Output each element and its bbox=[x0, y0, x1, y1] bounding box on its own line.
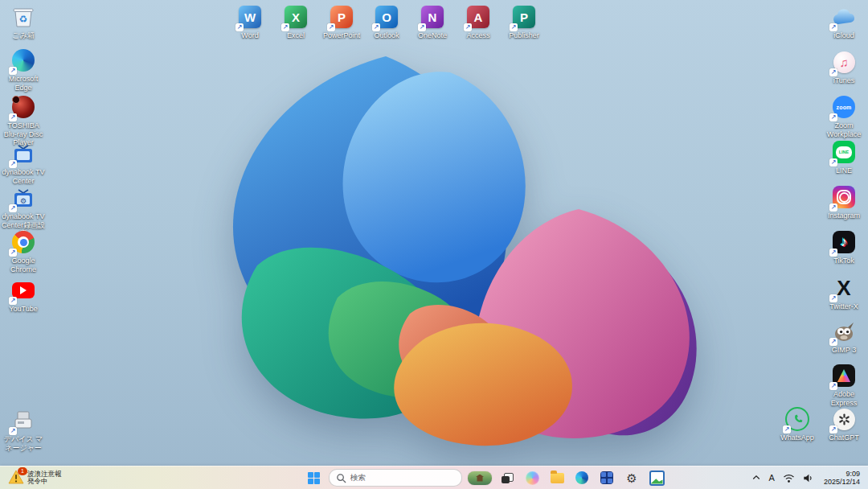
shortcut-arrow-icon: ↗ bbox=[9, 160, 17, 168]
desktop-icon-publisher[interactable]: P ↗ Publisher bbox=[502, 5, 547, 40]
powerpoint-icon: P ↗ bbox=[330, 5, 354, 29]
icon-label: ごみ箱 bbox=[12, 31, 34, 40]
volume-button[interactable] bbox=[800, 468, 817, 487]
store-icon bbox=[600, 471, 613, 484]
microsoft-store-button[interactable] bbox=[597, 468, 616, 487]
word-icon: W ↗ bbox=[238, 5, 262, 29]
shortcut-arrow-icon: ↗ bbox=[9, 204, 17, 212]
icon-label: デバイス マネージャー bbox=[1, 435, 46, 452]
shortcut-arrow-icon: ↗ bbox=[327, 23, 335, 31]
desktop-icon-icloud[interactable]: ↗ iCloud bbox=[821, 5, 866, 40]
desktop-icon-access[interactable]: A ↗ Access bbox=[456, 5, 501, 40]
task-view-button[interactable] bbox=[497, 468, 517, 487]
desktop-icon-adobe-express[interactable]: ↗ Adobe Express bbox=[821, 364, 866, 407]
tray-time: 9:09 bbox=[845, 470, 860, 478]
search-highlight-thumbnail[interactable] bbox=[468, 471, 492, 485]
desktop-icon-twitter-x[interactable]: X ↗ Twitter-X bbox=[821, 276, 866, 311]
tray-overflow-button[interactable] bbox=[748, 468, 764, 487]
excel-icon: X ↗ bbox=[284, 5, 308, 29]
clock[interactable]: 9:09 2025/12/14 bbox=[819, 468, 865, 487]
speaker-icon bbox=[803, 473, 814, 483]
line-icon: LINE ↗ bbox=[832, 140, 856, 164]
shortcut-arrow-icon: ↗ bbox=[464, 23, 472, 31]
instagram-icon: ↗ bbox=[832, 185, 856, 209]
ime-indicator[interactable]: A bbox=[766, 468, 778, 487]
gimp-icon: ↗ bbox=[832, 319, 856, 343]
icon-label: PowerPoint bbox=[323, 31, 360, 40]
outlook-icon: O ↗ bbox=[375, 5, 399, 29]
icon-label: Outlook bbox=[374, 31, 399, 40]
file-explorer-button[interactable] bbox=[547, 468, 567, 487]
desktop-icon-device-manager[interactable]: ↗ デバイス マネージャー bbox=[1, 409, 46, 452]
copilot-button[interactable] bbox=[522, 468, 542, 487]
desktop-icon-whatsapp[interactable]: ↗ WhatsApp bbox=[775, 407, 820, 442]
recycle-bin-icon: ♻ bbox=[11, 5, 35, 29]
desktop-icon-itunes[interactable]: ♫ ↗ iTunes bbox=[821, 50, 866, 85]
shortcut-arrow-icon: ↗ bbox=[783, 425, 791, 434]
taskbar: 1 波浪注意報 発令中 検索 ⚙ bbox=[0, 466, 868, 489]
desktop-icon-microsoft-edge[interactable]: ↗ Microsoft Edge bbox=[1, 48, 46, 92]
chatgpt-icon: ↗ bbox=[832, 407, 856, 431]
icon-label: Zoom Workplace bbox=[821, 121, 866, 138]
settings-button[interactable]: ⚙ bbox=[622, 468, 641, 487]
itunes-icon: ♫ ↗ bbox=[832, 50, 856, 74]
desktop-icon-toshiba-bluray[interactable]: ↗ TOSHIBA Blu-ray Disc Player bbox=[1, 95, 46, 147]
tv-icon: ↗ bbox=[11, 142, 35, 166]
icon-label: OneNote bbox=[418, 31, 447, 40]
copilot-icon bbox=[526, 471, 539, 485]
publisher-icon: P ↗ bbox=[512, 5, 536, 29]
start-button[interactable] bbox=[304, 468, 323, 487]
shortcut-arrow-icon: ↗ bbox=[829, 249, 837, 257]
desktop-icon-gimp[interactable]: ↗ GIMP 3 bbox=[821, 319, 866, 355]
shortcut-arrow-icon: ↗ bbox=[829, 113, 837, 121]
shortcut-arrow-icon: ↗ bbox=[510, 23, 518, 31]
icon-label: Publisher bbox=[509, 31, 539, 40]
desktop-icon-chatgpt[interactable]: ↗ ChatGPT bbox=[821, 407, 866, 442]
shortcut-arrow-icon: ↗ bbox=[235, 23, 244, 31]
icon-label: Word bbox=[241, 31, 258, 40]
icon-label: LINE bbox=[836, 166, 852, 175]
desktop-icon-powerpoint[interactable]: P ↗ PowerPoint bbox=[319, 5, 364, 40]
icon-label: YouTube bbox=[9, 305, 37, 314]
tiktok-icon: ♪ ↗ bbox=[832, 230, 856, 254]
shortcut-arrow-icon: ↗ bbox=[829, 23, 837, 31]
widgets-button[interactable]: 1 波浪注意報 発令中 bbox=[3, 466, 67, 489]
widgets-notification-badge: 1 bbox=[18, 467, 27, 475]
desktop-icon-excel[interactable]: X ↗ Excel bbox=[273, 5, 318, 40]
tray-date: 2025/12/14 bbox=[824, 478, 860, 486]
photos-button[interactable] bbox=[647, 468, 666, 487]
adobe-express-icon: ↗ bbox=[832, 364, 856, 388]
desktop-icon-onenote[interactable]: N ↗ OneNote bbox=[410, 5, 455, 40]
icon-label: iCloud bbox=[833, 31, 854, 40]
shortcut-arrow-icon: ↗ bbox=[9, 113, 17, 121]
windows-bloom-wallpaper bbox=[145, 40, 707, 466]
desktop-icon-zoom-workplace[interactable]: zoom ↗ Zoom Workplace bbox=[821, 95, 866, 138]
tv-settings-icon: ⚙ ↗ bbox=[11, 186, 35, 210]
icon-label: Instagram bbox=[828, 212, 860, 220]
desktop-icon-recycle-bin[interactable]: ♻ ごみ箱 bbox=[1, 5, 46, 40]
whatsapp-icon: ↗ bbox=[785, 407, 809, 431]
desktop-icon-dynabook-tv-center[interactable]: ↗ dynabook TV Center bbox=[1, 142, 46, 185]
desktop-icon-line[interactable]: LINE ↗ LINE bbox=[821, 140, 866, 175]
shortcut-arrow-icon: ↗ bbox=[829, 68, 837, 76]
icon-label: WhatsApp bbox=[780, 434, 814, 442]
desktop-icon-word[interactable]: W ↗ Word bbox=[227, 5, 272, 40]
icon-label: Adobe Express bbox=[821, 390, 866, 407]
desktop-icon-youtube[interactable]: ↗ YouTube bbox=[1, 278, 46, 314]
desktop-icon-instagram[interactable]: ↗ Instagram bbox=[821, 185, 866, 220]
network-button[interactable] bbox=[780, 468, 798, 487]
wifi-icon bbox=[783, 473, 795, 483]
icon-label: Access bbox=[466, 31, 489, 40]
svg-text:♻: ♻ bbox=[19, 14, 28, 25]
search-icon bbox=[336, 473, 346, 483]
desktop-icon-outlook[interactable]: O ↗ Outlook bbox=[364, 5, 409, 40]
windows-desktop: { "desktop": { "left_icons": [ {"id":"re… bbox=[0, 0, 868, 489]
gear-icon: ⚙ bbox=[626, 472, 637, 484]
desktop-icon-tiktok[interactable]: ♪ ↗ TikTok bbox=[821, 230, 866, 265]
chrome-icon: ↗ bbox=[11, 230, 35, 254]
search-box[interactable]: 検索 bbox=[329, 469, 462, 487]
chevron-up-icon bbox=[751, 473, 761, 483]
device-manager-icon: ↗ bbox=[11, 409, 35, 433]
desktop-icon-google-chrome[interactable]: ↗ Google Chrome bbox=[1, 230, 46, 273]
edge-taskbar-button[interactable] bbox=[572, 468, 592, 487]
